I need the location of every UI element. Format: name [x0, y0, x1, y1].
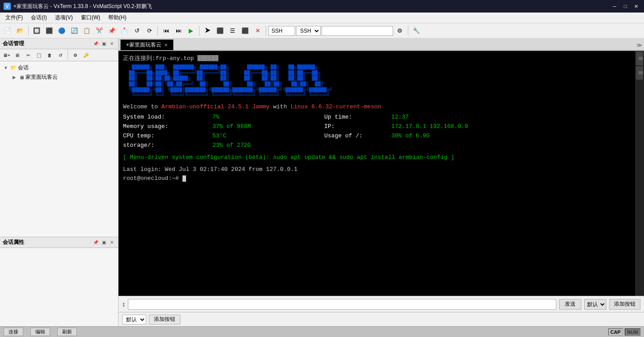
- prompt-line: root@onecloud:~#: [123, 175, 631, 183]
- toolbar-sep-2: [157, 26, 158, 36]
- tab-close-icon[interactable]: ✕: [164, 43, 168, 47]
- toolbar-extra-btn[interactable]: 🔧: [411, 25, 422, 37]
- menu-hint: [ Menu-driven system configuration (beta…: [123, 154, 631, 162]
- tree-item-homecloud[interactable]: ▶ 🖥 家里面玩客云: [11, 73, 116, 82]
- main-area: 会话管理 📌 ▣ ✕ 🖥+ ⊞ ✂ 📋 🗑 ↺ ⚙ 🔑 ▼ 📁 会话: [0, 38, 644, 326]
- send-button[interactable]: 发送: [559, 299, 581, 310]
- toolbar-btn-4[interactable]: ⬛: [43, 25, 55, 37]
- storage-value: 23% of 272G: [212, 141, 324, 150]
- toolbar-btn-16[interactable]: ⬛: [214, 25, 226, 37]
- sessions-btn-8[interactable]: 🔑: [81, 50, 91, 60]
- toolbar-sep-1: [28, 26, 29, 36]
- sidebar-btn-1[interactable]: |||: [636, 52, 643, 65]
- sessions-btn-2[interactable]: ⊞: [13, 50, 22, 60]
- toolbar-btn-15[interactable]: ⮞: [202, 25, 213, 37]
- toolbar-btn-18[interactable]: ⬛: [239, 25, 251, 37]
- toolbar-btn-2[interactable]: 📂: [14, 25, 26, 37]
- props-float-btn[interactable]: ▣: [100, 239, 107, 246]
- tab-scroll-icon[interactable]: ≫: [636, 42, 642, 48]
- send-mode-dropdown[interactable]: 默认: [584, 299, 606, 310]
- toolbar-btn-11[interactable]: ↺: [131, 25, 143, 37]
- send-add-button[interactable]: 添加按钮: [609, 299, 640, 310]
- menu-help[interactable]: 帮助(H): [105, 13, 130, 22]
- toolbar-btn-13[interactable]: ⏮: [160, 25, 172, 37]
- toolbar-btn-8[interactable]: ✂️: [93, 25, 105, 37]
- mem-label: Memory usage:: [123, 122, 212, 132]
- ip-label: IP:: [324, 122, 391, 132]
- menu-window[interactable]: 窗口(W): [77, 13, 104, 22]
- toolbar-btn-17[interactable]: ☰: [227, 25, 238, 37]
- tab-bar-left: +家里面玩客云 ✕: [120, 39, 174, 50]
- toolbar-btn-stop[interactable]: ✕: [252, 25, 263, 37]
- tab-homecloud-label: +家里面玩客云: [126, 41, 161, 49]
- props-pin-btn[interactable]: 📌: [92, 239, 99, 246]
- app-icon: V: [4, 3, 11, 10]
- maximize-button[interactable]: □: [621, 2, 630, 11]
- usage-value: 30% of 6.9G: [391, 132, 631, 141]
- sessions-btn-6[interactable]: ↺: [55, 50, 65, 60]
- cpu-label: CPU temp:: [123, 132, 212, 141]
- tree-root-sessions[interactable]: ▼ 📁 会话: [2, 63, 116, 73]
- folder-icon: 📁: [10, 65, 17, 71]
- toolbar-btn-5[interactable]: 🔵: [56, 25, 68, 37]
- minimize-button[interactable]: ─: [610, 2, 619, 11]
- toolbar-btn-10[interactable]: 📩: [119, 25, 130, 37]
- send-input[interactable]: [128, 299, 556, 310]
- menu-options[interactable]: 选项(V): [51, 13, 76, 22]
- status-left: 连接 编辑 刷新: [4, 328, 77, 336]
- toolbar-btn-3[interactable]: 🔲: [31, 25, 42, 37]
- prompt-text: root@onecloud:~#: [123, 175, 182, 182]
- sessions-new-btn[interactable]: 🖥+: [2, 50, 12, 60]
- cap-indicator: CAP: [608, 328, 623, 336]
- title-bar-left: V +家里面玩客云 - VxTerm 1.33.8 - VxMatScript …: [4, 3, 152, 10]
- tree-toggle-homecloud: ▶: [13, 75, 18, 80]
- toolbar-host-input[interactable]: [322, 26, 393, 36]
- panel-pin-btn[interactable]: 📌: [92, 40, 99, 47]
- ascii-art-logo: ██████╗ ███╗ ███████╗ ██████╗██╗ ██████╗…: [123, 64, 631, 98]
- toolbar-btn-12[interactable]: ⟳: [144, 25, 155, 37]
- menu-bar: 文件(F) 会话(I) 选项(V) 窗口(W) 帮助(H): [0, 13, 644, 23]
- toolbar-btn-7[interactable]: 📋: [81, 25, 93, 37]
- sidebar-btn-2[interactable]: |||: [636, 66, 643, 80]
- toolbar-btn-9[interactable]: 📌: [106, 25, 118, 37]
- sessions-btn-3[interactable]: ✂: [23, 50, 33, 60]
- toolbar-btn-1[interactable]: 📄: [2, 25, 13, 37]
- sessions-btn-7[interactable]: ⚙: [70, 50, 80, 60]
- panel-close-btn[interactable]: ✕: [108, 40, 115, 47]
- window-title: +家里面玩客云 - VxTerm 1.33.8 - VxMatScript V0…: [13, 3, 152, 10]
- connecting-host-hidden: ██████: [197, 55, 218, 62]
- panel-float-btn[interactable]: ▣: [100, 40, 107, 47]
- sessions-panel-header: 会话管理 📌 ▣ ✕: [0, 38, 118, 49]
- send-bar-scroll-icon[interactable]: ↕: [122, 301, 125, 308]
- bottom-add-button[interactable]: 添加按钮: [149, 315, 180, 324]
- welcome-text: Welcome to: [123, 103, 161, 110]
- props-close-btn[interactable]: ✕: [108, 239, 115, 246]
- toolbar-ssh-dropdown[interactable]: SSH: [296, 26, 321, 36]
- status-connect-btn[interactable]: 连接: [4, 328, 23, 336]
- uptime-label: Up time:: [324, 113, 391, 122]
- props-panel-header: 会话属性 📌 ▣ ✕: [0, 237, 118, 248]
- menu-file[interactable]: 文件(F): [2, 13, 26, 22]
- status-refresh-btn[interactable]: 刷新: [57, 328, 77, 336]
- close-button[interactable]: ✕: [631, 2, 640, 11]
- toolbar-btn-play[interactable]: ▶: [185, 25, 197, 37]
- tab-homecloud[interactable]: +家里面玩客云 ✕: [120, 39, 174, 50]
- terminal-right-sidebar: ||| |||: [635, 51, 644, 296]
- sessions-btn-4[interactable]: 📋: [34, 50, 44, 60]
- cpu-value: 53°C: [212, 132, 324, 141]
- sessions-sep: [68, 50, 68, 60]
- sysinfo-block: System load: 7% Up time: 12:37 Memory us…: [123, 113, 631, 150]
- sys-load-value: 7%: [212, 113, 324, 122]
- status-edit-btn[interactable]: 编辑: [30, 328, 50, 336]
- title-bar-controls: ─ □ ✕: [610, 2, 640, 11]
- terminal[interactable]: 正在连接到:frp-any.top ██████ ██████╗ ███╗ ██…: [119, 51, 635, 296]
- welcome-line: Welcome to Armbian-unofficial 24.5.1 Jam…: [123, 103, 631, 111]
- sessions-btn-5[interactable]: 🗑: [45, 50, 55, 60]
- toolbar-settings-btn[interactable]: ⚙: [394, 25, 406, 37]
- menu-session[interactable]: 会话(I): [27, 13, 50, 22]
- bottom-mode-dropdown[interactable]: 默认: [122, 315, 146, 324]
- num-indicator: NUM: [625, 328, 640, 336]
- toolbar-btn-6[interactable]: 🔄: [68, 25, 80, 37]
- toolbar-btn-14[interactable]: ⏭: [173, 25, 184, 37]
- left-panel: 会话管理 📌 ▣ ✕ 🖥+ ⊞ ✂ 📋 🗑 ↺ ⚙ 🔑 ▼ 📁 会话: [0, 38, 119, 326]
